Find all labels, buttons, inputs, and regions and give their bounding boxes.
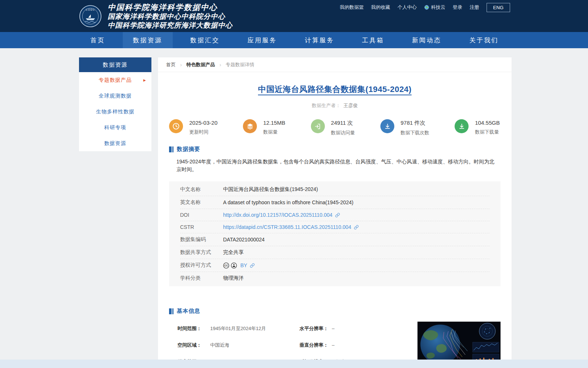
section-marker-icon bbox=[169, 146, 173, 152]
org-line: 中国科学院海洋科学数据中心 bbox=[108, 3, 233, 12]
nav-item-home[interactable]: 首页 bbox=[80, 32, 115, 48]
sidebar-item-data-resources[interactable]: 数据资源 bbox=[79, 135, 151, 151]
meta-row-english-name: 英文名称 A dataset of typhoon tracks in offs… bbox=[180, 196, 490, 209]
breadcrumb: 首页 特色数据产品 专题数据详情 bbox=[158, 57, 512, 72]
dataset-detail-card: 首页 特色数据产品 专题数据详情 中国近海台风路径集合数据集(1945-2024… bbox=[158, 57, 512, 368]
sidebar-item-biodiversity-data[interactable]: 生物多样性数据 bbox=[79, 104, 151, 120]
dataset-preview-image[interactable] bbox=[417, 322, 501, 366]
breadcrumb-separator-icon bbox=[219, 61, 221, 68]
sidebar-item-label: 生物多样性数据 bbox=[96, 109, 135, 115]
codc-logo-icon: CODC bbox=[79, 5, 102, 28]
download-icon bbox=[455, 119, 469, 133]
info-label: 垂直分辨率： bbox=[300, 342, 332, 348]
producer-line: 数据生产者：王彦俊 bbox=[158, 102, 512, 109]
dataset-title-link[interactable]: 中国近海台风路径集合数据集(1945-2024) bbox=[258, 85, 412, 94]
science-cloud-label: 科技云 bbox=[431, 4, 445, 11]
sidebar-item-global-observation-data[interactable]: 全球观测数据 bbox=[79, 88, 151, 104]
license-by-text: BY bbox=[240, 262, 247, 268]
meta-row-license: 授权许可方式 CC BY bbox=[180, 259, 490, 272]
link-my-favorites[interactable]: 我的收藏 bbox=[371, 4, 390, 11]
download-icon bbox=[380, 119, 394, 133]
stat-value: 9781 件次 bbox=[401, 119, 429, 127]
codc-logo[interactable]: CODC bbox=[79, 5, 102, 28]
link-science-cloud[interactable]: 科技云 bbox=[424, 4, 445, 11]
cc-by-person-icon bbox=[231, 262, 237, 269]
meta-table: 中文名称 中国近海台风路径集合数据集(1945-2024) 英文名称 A dat… bbox=[169, 181, 501, 286]
register-button[interactable]: 注册 bbox=[470, 4, 479, 11]
info-label: 时间范围： bbox=[178, 325, 210, 332]
stat-label: 数据下载次数 bbox=[401, 130, 429, 136]
nav-item-toolbox[interactable]: 工具箱 bbox=[352, 32, 394, 48]
sidebar-item-label: 全球观测数据 bbox=[99, 93, 132, 99]
stat-update-time: 2025-03-20 更新时间 bbox=[169, 119, 218, 136]
section-marker-icon bbox=[169, 308, 173, 314]
info-label: 水平分辨率： bbox=[300, 325, 332, 332]
meta-label: 英文名称 bbox=[180, 199, 223, 206]
info-label: 空间区域： bbox=[178, 342, 210, 348]
sidebar: 数据资源 专题数据产品 全球观测数据 生物多样性数据 科研专项 数据资源 bbox=[79, 57, 151, 151]
language-toggle-button[interactable]: ENG bbox=[487, 3, 510, 12]
meta-row-cstr: CSTR https://datapid.cn/CSTR:33685.11.IO… bbox=[180, 221, 490, 233]
dataset-title-wrap: 中国近海台风路径集合数据集(1945-2024) bbox=[158, 84, 512, 95]
link-personal-center[interactable]: 个人中心 bbox=[398, 4, 417, 11]
meta-label: CSTR bbox=[180, 224, 223, 230]
cc-icon: CC bbox=[223, 262, 229, 269]
sidebar-item-research-projects[interactable]: 科研专项 bbox=[79, 120, 151, 135]
info-value: – bbox=[332, 342, 334, 348]
meta-value: DATA2021000024 bbox=[223, 237, 265, 243]
header-utility-links: 我的数据篮 我的收藏 个人中心 科技云 登录 注册 ENG bbox=[340, 2, 510, 13]
summary-text: 1945-2024年度，中国近海台风路径集数据集，包含每个台风的真实路径信息、台… bbox=[176, 158, 497, 173]
meta-label: 数据集编码 bbox=[180, 236, 223, 243]
cstr-link[interactable]: https://datapid.cn/CSTR:33685.11.IOCAS.2… bbox=[223, 224, 359, 230]
breadcrumb-separator-icon bbox=[180, 61, 182, 68]
nav-item-application-services[interactable]: 应用服务 bbox=[237, 32, 287, 48]
nav-item-data-resources[interactable]: 数据资源 bbox=[123, 32, 173, 48]
license-badges: CC BY bbox=[223, 262, 255, 269]
stat-label: 数据访问量 bbox=[331, 130, 355, 136]
sidebar-title: 数据资源 bbox=[79, 57, 151, 72]
info-value: – bbox=[332, 326, 334, 331]
link-icon bbox=[354, 225, 359, 230]
stat-visits: 24911 次 数据访问量 bbox=[311, 119, 355, 136]
org-line: 中国科学院海洋研究所海洋大数据中心 bbox=[108, 21, 233, 30]
meta-value: 物理海洋 bbox=[223, 275, 244, 282]
login-button[interactable]: 登录 bbox=[453, 4, 462, 11]
meta-label: 数据共享方式 bbox=[180, 249, 223, 256]
meta-value: 完全共享 bbox=[223, 249, 244, 256]
svg-text:CC: CC bbox=[224, 264, 228, 267]
meta-row-dataset-code: 数据集编码 DATA2021000024 bbox=[180, 233, 490, 246]
info-value: 1945年01月至2024年12月 bbox=[210, 325, 300, 332]
stat-value: 12.15MB bbox=[263, 119, 285, 126]
meta-label: 学科分类 bbox=[180, 275, 223, 282]
stat-download-volume: 104.55GB 数据下载量 bbox=[455, 119, 500, 136]
link-icon bbox=[335, 213, 340, 217]
sidebar-item-special-data-products[interactable]: 专题数据产品 bbox=[79, 72, 151, 88]
stat-label: 数据下载量 bbox=[475, 129, 500, 135]
clock-icon bbox=[169, 119, 183, 133]
stat-data-size: 12.15MB 数据量 bbox=[243, 119, 285, 136]
doi-link-text: http://dx.doi.org/10.12157/IOCAS.2025111… bbox=[223, 212, 333, 218]
nav-item-about[interactable]: 关于我们 bbox=[459, 32, 509, 48]
doi-link[interactable]: http://dx.doi.org/10.12157/IOCAS.2025111… bbox=[223, 212, 340, 218]
stat-value: 24911 次 bbox=[331, 119, 355, 127]
breadcrumb-featured-data-products[interactable]: 特色数据产品 bbox=[186, 61, 215, 68]
stat-label: 更新时间 bbox=[189, 129, 218, 135]
stats-row: 2025-03-20 更新时间 12.15MB 数据量 bbox=[169, 119, 500, 136]
nav-item-news[interactable]: 新闻动态 bbox=[402, 32, 452, 48]
meta-label: 授权许可方式 bbox=[180, 262, 223, 269]
meta-row-doi: DOI http://dx.doi.org/10.12157/IOCAS.202… bbox=[180, 209, 490, 221]
link-my-data-basket[interactable]: 我的数据篮 bbox=[340, 4, 364, 11]
sidebar-item-label: 数据资源 bbox=[104, 140, 126, 147]
section-title: 数据摘要 bbox=[177, 146, 200, 153]
meta-value: A dataset of typhoon tracks in offshore … bbox=[223, 199, 354, 205]
link-icon bbox=[250, 263, 255, 268]
main-nav: 首页 数据资源 数据汇交 应用服务 计算服务 工具箱 新闻动态 关于我们 bbox=[0, 32, 588, 48]
nav-item-computing-services[interactable]: 计算服务 bbox=[294, 32, 344, 48]
stat-download-count: 9781 件次 数据下载次数 bbox=[380, 119, 429, 136]
nav-item-data-submission[interactable]: 数据汇交 bbox=[180, 32, 230, 48]
org-line: 国家海洋科学数据中心中科院分中心 bbox=[108, 12, 233, 21]
license-by-link[interactable]: BY bbox=[240, 262, 255, 268]
meta-label: DOI bbox=[180, 212, 223, 218]
breadcrumb-home[interactable]: 首页 bbox=[166, 61, 176, 68]
content-area: 数据资源 专题数据产品 全球观测数据 生物多样性数据 科研专项 数据资源 首页 … bbox=[0, 48, 588, 368]
